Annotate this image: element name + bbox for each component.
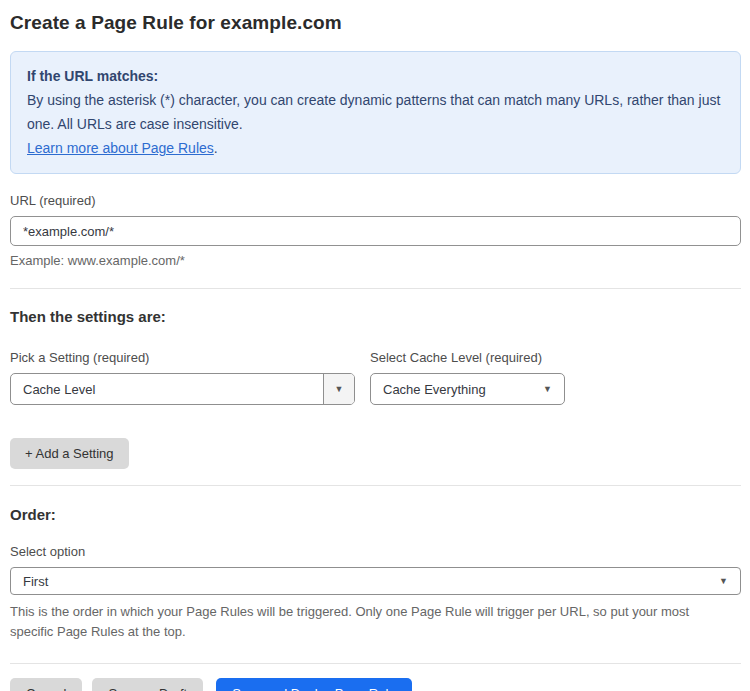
- settings-selects-row: Pick a Setting (required) Cache Level ▼ …: [10, 350, 741, 405]
- order-helper-text: This is the order in which your Page Rul…: [10, 602, 730, 642]
- cache-level-field: Select Cache Level (required) Cache Ever…: [370, 350, 565, 405]
- learn-more-link[interactable]: Learn more about Page Rules: [27, 140, 214, 156]
- order-select[interactable]: First ▼: [10, 567, 741, 595]
- pick-setting-value: Cache Level: [11, 382, 323, 397]
- page-title: Create a Page Rule for example.com: [10, 12, 741, 34]
- info-box-link-line: Learn more about Page Rules.: [27, 136, 724, 160]
- section-divider: [10, 288, 741, 289]
- cache-level-label: Select Cache Level (required): [370, 350, 565, 365]
- save-and-deploy-button[interactable]: Save and Deploy Page Rule: [216, 678, 411, 691]
- order-section-heading: Order:: [10, 506, 741, 523]
- cache-level-value: Cache Everything: [371, 382, 543, 397]
- link-suffix: .: [214, 140, 218, 156]
- url-field-label: URL (required): [10, 193, 741, 208]
- save-as-draft-button[interactable]: Save as Draft: [92, 678, 203, 691]
- section-divider: [10, 485, 741, 486]
- url-input[interactable]: [10, 216, 741, 246]
- pick-setting-select[interactable]: Cache Level ▼: [10, 373, 355, 405]
- section-divider: [10, 663, 741, 664]
- footer-actions: Cancel Save as Draft Save and Deploy Pag…: [10, 678, 741, 691]
- cancel-button[interactable]: Cancel: [10, 678, 82, 691]
- chevron-down-icon: ▼: [543, 385, 552, 394]
- info-box-heading: If the URL matches:: [27, 64, 724, 88]
- pick-setting-label: Pick a Setting (required): [10, 350, 355, 365]
- settings-section-heading: Then the settings are:: [10, 308, 741, 325]
- url-field-helper: Example: www.example.com/*: [10, 252, 741, 270]
- pick-setting-arrow-segment[interactable]: ▼: [323, 374, 354, 404]
- add-setting-button[interactable]: + Add a Setting: [10, 438, 129, 469]
- order-select-arrow: ▼: [719, 577, 740, 586]
- url-field-block: URL (required) Example: www.example.com/…: [10, 193, 741, 270]
- cache-level-arrow: ▼: [543, 385, 564, 394]
- url-match-info-box: If the URL matches: By using the asteris…: [10, 51, 741, 174]
- cache-level-select[interactable]: Cache Everything ▼: [370, 373, 565, 405]
- pick-setting-field: Pick a Setting (required) Cache Level ▼: [10, 350, 355, 405]
- order-select-value: First: [11, 574, 719, 589]
- chevron-down-icon: ▼: [719, 577, 728, 586]
- info-box-body: By using the asterisk (*) character, you…: [27, 88, 724, 136]
- create-page-rule-form: Create a Page Rule for example.com If th…: [0, 0, 750, 691]
- chevron-down-icon: ▼: [335, 385, 344, 394]
- order-select-label: Select option: [10, 544, 741, 559]
